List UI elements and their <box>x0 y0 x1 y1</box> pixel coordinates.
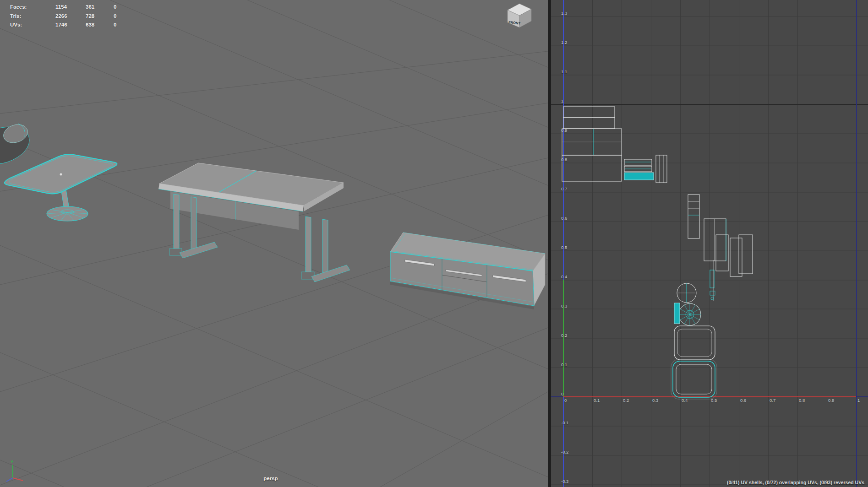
camera-name-label: persp <box>246 476 296 481</box>
uv-shells-canvas[interactable] <box>551 0 868 487</box>
uv-x-tick: 0.1 <box>594 398 600 403</box>
uv-x-tick: 0.2 <box>623 398 629 403</box>
hud-label: Tris: <box>10 13 21 19</box>
axis-y-label: Y <box>11 459 14 464</box>
uv-x-tick: 1 <box>857 398 860 403</box>
uv-x-tick: 0.8 <box>799 398 805 403</box>
uv-y-tick: 0.3 <box>561 303 567 308</box>
uv-x-tick: 0.9 <box>828 398 834 403</box>
pedestal-table-model[interactable] <box>5 154 117 221</box>
uv-y-tick: 0.7 <box>561 186 567 191</box>
hud-value-total: 1154 <box>55 4 67 10</box>
uv-shell-circles[interactable] <box>674 283 701 325</box>
viewport-divider[interactable] <box>548 0 551 487</box>
uv-y-tick: 1.1 <box>561 69 567 74</box>
hud-row-tris: Tris: 2266 728 0 <box>10 13 134 22</box>
view-cube-front-label: FRONT <box>508 20 521 26</box>
hud-label: Faces: <box>10 4 27 10</box>
hud-value-selected: 361 <box>86 4 94 10</box>
hud-value-extra: 0 <box>114 4 116 10</box>
axis-z-line <box>6 478 13 482</box>
uv-y-tick: 0 <box>561 391 563 396</box>
view-cube[interactable]: FRONT <box>504 1 534 30</box>
uv-shell-rounded-squares[interactable] <box>671 326 717 399</box>
uv-y-tick: 1 <box>561 98 563 103</box>
hud-value-total: 1746 <box>55 22 67 27</box>
uv-editor[interactable]: 1.31.21.110.90.80.70.60.50.40.30.20.10-0… <box>551 0 868 487</box>
uv-x-tick: 0 <box>564 398 567 403</box>
hud-value-total: 2266 <box>55 13 67 19</box>
uv-status-bar: (0/41) UV shells, (0/72) overlapping UVs… <box>727 480 864 485</box>
uv-x-tick: 0.7 <box>770 398 775 403</box>
hud-value-selected: 728 <box>86 13 94 19</box>
uv-y-tick: -0.3 <box>561 479 568 484</box>
uv-x-tick: 0.6 <box>740 398 746 403</box>
axis-x-line <box>13 478 23 481</box>
uv-y-tick: 0.9 <box>561 128 567 133</box>
uv-y-tick: 0.5 <box>561 245 567 250</box>
uv-shell-group-top-left[interactable] <box>562 107 667 183</box>
uv-y-tick: 0.1 <box>561 362 567 367</box>
uv-x-tick: 0.5 <box>711 398 717 403</box>
desk-model[interactable] <box>158 163 350 282</box>
hud-value-extra: 0 <box>114 22 116 27</box>
hud-value-extra: 0 <box>114 13 116 19</box>
uv-x-tick: 0.4 <box>682 398 688 403</box>
uv-y-tick: 0.8 <box>561 157 567 162</box>
poly-count-hud: Faces: 1154 361 0 Tris: 2266 728 0 UVs: … <box>10 4 134 31</box>
hud-label: UVs: <box>10 22 22 27</box>
chair-partial-model[interactable] <box>0 120 34 171</box>
uv-y-tick: 0.6 <box>561 216 567 221</box>
uv-y-tick: -0.1 <box>561 420 568 425</box>
viewport-scene-canvas[interactable] <box>0 0 548 487</box>
uv-shell-group-middle[interactable] <box>688 195 753 301</box>
uv-y-tick: 1.3 <box>561 11 567 16</box>
uv-y-tick: 1.2 <box>561 40 567 45</box>
uv-x-tick: 0.3 <box>652 398 658 403</box>
uv-y-tick: 0.4 <box>561 274 567 279</box>
perspective-viewport[interactable]: Faces: 1154 361 0 Tris: 2266 728 0 UVs: … <box>0 0 548 487</box>
hud-row-faces: Faces: 1154 361 0 <box>10 4 134 13</box>
uv-y-tick: -0.2 <box>561 449 568 455</box>
hud-value-selected: 638 <box>86 22 94 27</box>
tv-cabinet-model[interactable] <box>390 233 545 309</box>
uv-y-tick: 0.2 <box>561 333 567 338</box>
axis-gizmo: Y <box>5 458 37 485</box>
hud-row-uvs: UVs: 1746 638 0 <box>10 22 134 31</box>
